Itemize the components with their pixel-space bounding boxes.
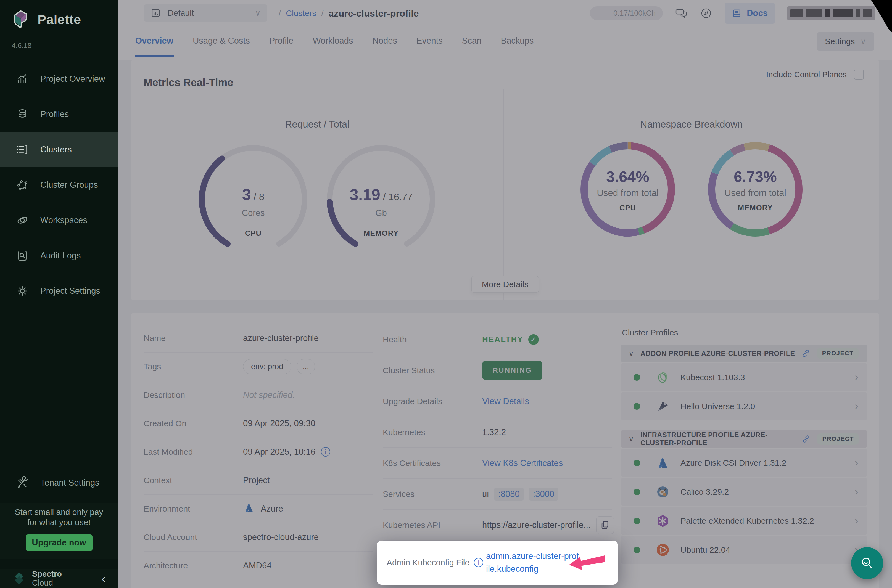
breadcrumb-current: azure-cluster-profile bbox=[329, 8, 419, 19]
usage-meter: 0.17/100kCh bbox=[590, 6, 663, 20]
admin-kubeconfig-link[interactable]: admin.azure-cluster-profile.kubeconfig bbox=[486, 550, 580, 576]
detail-label: Environment bbox=[144, 504, 243, 513]
tab-overview[interactable]: Overview bbox=[135, 27, 174, 57]
info-icon[interactable]: i bbox=[474, 558, 483, 567]
tab-backups[interactable]: Backups bbox=[500, 27, 534, 57]
detail-link[interactable]: View Details bbox=[482, 396, 529, 406]
detail-label-text: Name bbox=[144, 333, 166, 343]
workspaces-icon bbox=[16, 214, 29, 226]
breadcrumb-link-clusters[interactable]: Clusters bbox=[286, 9, 316, 18]
promo-line2: for what you use! bbox=[0, 518, 118, 528]
profile-pack-row[interactable]: Calico 3.29.2› bbox=[622, 478, 866, 506]
profile-pack-name: Palette eXtended Kubernetes 1.32.2 bbox=[680, 516, 814, 526]
cluster-tabs-bar: OverviewUsage & CostsProfileWorkloadsNod… bbox=[118, 27, 892, 60]
spectro-cloud-logo-icon bbox=[13, 572, 26, 585]
profile-pack-row[interactable]: Palette eXtended Kubernetes 1.32.2› bbox=[622, 507, 866, 535]
detail-label: Created On bbox=[144, 419, 243, 428]
profile-section-title: ADDON PROFILE AZURE-CLUSTER-PROFILE bbox=[640, 350, 795, 357]
detail-row-health: HealthHEALTHY✓ bbox=[383, 324, 612, 355]
gauge-caption: CPU bbox=[195, 229, 311, 238]
ubuntu-icon bbox=[656, 543, 670, 557]
project-selector[interactable]: Default ∨ bbox=[144, 4, 267, 21]
tab-profile[interactable]: Profile bbox=[269, 27, 294, 57]
sidebar-item-label: Workspaces bbox=[40, 215, 87, 225]
detail-value: spectro-cloud-azure bbox=[243, 532, 319, 542]
tag-pill[interactable]: env: prod bbox=[243, 359, 291, 374]
chevron-down-icon: ∨ bbox=[255, 9, 261, 18]
donut-percent: 6.73% bbox=[703, 168, 808, 186]
app-version: 4.6.18 bbox=[12, 41, 32, 50]
namespace-donut-cpu: 3.64%Used from totalCPU bbox=[575, 137, 680, 242]
tag-pill[interactable]: ... bbox=[297, 359, 315, 374]
sidebar-footer: Spectro Cloud ‹ bbox=[0, 568, 118, 588]
copy-icon[interactable] bbox=[596, 516, 614, 534]
donut-subtitle: Used from total bbox=[703, 188, 808, 198]
tab-scan[interactable]: Scan bbox=[461, 27, 482, 57]
status-dot-green bbox=[634, 518, 640, 524]
tab-workloads[interactable]: Workloads bbox=[312, 27, 354, 57]
profile-pack-row[interactable]: Kubecost 1.103.3› bbox=[622, 363, 866, 391]
sidebar-collapse-icon[interactable]: ‹ bbox=[102, 573, 105, 584]
settings-button[interactable]: Settings ∨ bbox=[817, 32, 874, 51]
chevron-right-icon: › bbox=[855, 371, 858, 383]
compass-icon[interactable] bbox=[700, 7, 712, 20]
project-badge: PROJECT bbox=[817, 348, 859, 359]
gauge-request-value: 3 bbox=[242, 186, 251, 204]
include-control-planes-checkbox[interactable] bbox=[854, 70, 864, 80]
service-port-link[interactable]: :3000 bbox=[529, 488, 559, 501]
detail-label-text: Cloud Account bbox=[144, 532, 197, 542]
profile-pack-row[interactable]: Ubuntu 22.04› bbox=[622, 536, 866, 564]
link-icon bbox=[802, 349, 810, 357]
tab-events[interactable]: Events bbox=[416, 27, 443, 57]
sidebar-item-profiles[interactable]: Profiles bbox=[0, 97, 118, 132]
detail-row-upgrade-details: Upgrade DetailsView Details bbox=[383, 386, 612, 417]
status-dot-green bbox=[634, 489, 640, 495]
more-details-button[interactable]: More Details bbox=[472, 276, 539, 292]
sidebar-item-project-settings[interactable]: Project Settings bbox=[0, 273, 118, 309]
tools-icon bbox=[16, 477, 29, 489]
detail-label: Architecture bbox=[144, 561, 243, 570]
chevron-right-icon: › bbox=[855, 457, 858, 469]
donut-subtitle: Used from total bbox=[575, 188, 680, 198]
sidebar-item-cluster-groups[interactable]: Cluster Groups bbox=[0, 167, 118, 202]
detail-row-environment: EnvironmentAzure bbox=[144, 495, 373, 523]
detail-row-last-modified: Last Modified09 Apr 2025, 10:16i bbox=[144, 438, 373, 466]
detail-value: 1.32.2 bbox=[482, 428, 506, 437]
detail-row-kubernetes: Kubernetes1.32.2 bbox=[383, 417, 612, 448]
detail-row-description: DescriptionNot specified. bbox=[144, 381, 373, 410]
detail-label: Name bbox=[144, 333, 243, 343]
service-port-link[interactable]: :8080 bbox=[494, 488, 524, 501]
detail-label: K8s Certificates bbox=[383, 459, 482, 468]
sidebar-item-tenant-settings[interactable]: Tenant Settings bbox=[0, 465, 118, 501]
docs-button[interactable]: Docs bbox=[725, 3, 775, 24]
detail-row-created-on: Created On09 Apr 2025, 09:30 bbox=[144, 410, 373, 438]
status-running-badge[interactable]: RUNNING bbox=[482, 360, 542, 380]
chevron-right-icon: › bbox=[855, 486, 858, 498]
search-fab-button[interactable] bbox=[851, 547, 883, 579]
sidebar-item-audit-logs[interactable]: Audit Logs bbox=[0, 238, 118, 273]
profile-section-header[interactable]: ∨ADDON PROFILE AZURE-CLUSTER-PROFILEPROJ… bbox=[622, 345, 866, 362]
sidebar-item-clusters[interactable]: Clusters bbox=[0, 132, 118, 167]
value-muted: Not specified. bbox=[243, 390, 295, 400]
profile-section-header[interactable]: ∨INFRASTRUCTURE PROFILE AZURE-CLUSTER-PR… bbox=[622, 430, 866, 448]
tab-usage-costs[interactable]: Usage & Costs bbox=[192, 27, 251, 57]
info-icon[interactable]: i bbox=[321, 447, 330, 457]
sidebar-item-workspaces[interactable]: Workspaces bbox=[0, 202, 118, 238]
value-text: Project bbox=[243, 476, 270, 485]
upgrade-now-button[interactable]: Upgrade now bbox=[26, 534, 93, 551]
sidebar-item-label: Audit Logs bbox=[40, 250, 81, 261]
chat-icon[interactable] bbox=[675, 7, 688, 20]
project-chart-icon bbox=[150, 8, 161, 18]
detail-label: Cluster Status bbox=[383, 366, 482, 375]
brand-line2: Cloud bbox=[32, 578, 53, 587]
profile-pack-row[interactable]: Azure Disk CSI Driver 1.31.2› bbox=[622, 449, 866, 477]
profile-pack-row[interactable]: Hello Universe 1.2.0› bbox=[622, 392, 866, 420]
chevron-down-icon: ∨ bbox=[629, 435, 634, 443]
detail-label: Kubernetes bbox=[383, 428, 482, 437]
request-total-section: Request / Total 3 / 8CoresCPU3.19 / 16.7… bbox=[131, 89, 503, 300]
details-left-column: Nameazure-cluster-profileTagsenv: prod..… bbox=[144, 324, 373, 580]
detail-link[interactable]: View K8s Certificates bbox=[482, 458, 563, 468]
detail-value: HEALTHY✓ bbox=[482, 334, 539, 345]
sidebar-item-project-overview[interactable]: Project Overview bbox=[0, 61, 118, 97]
tab-nodes[interactable]: Nodes bbox=[372, 27, 398, 57]
